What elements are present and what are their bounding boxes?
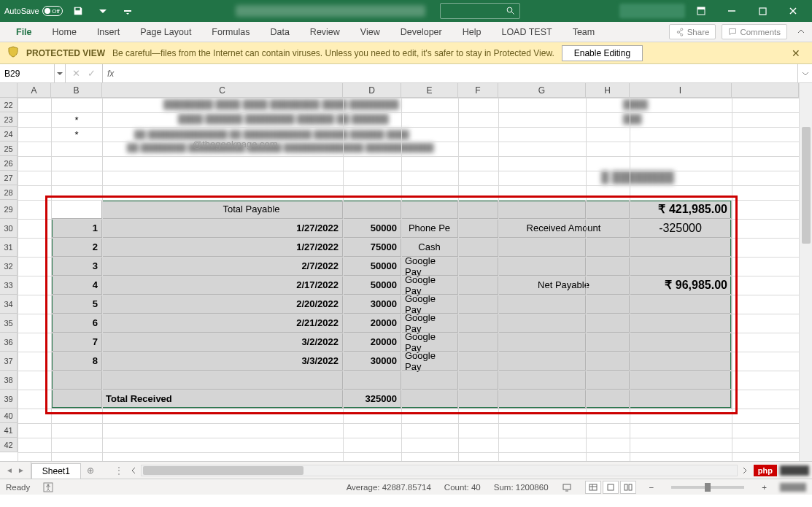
cell[interactable]: 1/27/2022 [102, 238, 343, 257]
cell[interactable]: -325000 [630, 219, 732, 238]
cell[interactable]: 4 [51, 276, 102, 295]
minimize-button[interactable] [717, 0, 746, 22]
cell[interactable]: 3 [51, 257, 102, 276]
tab-home[interactable]: Home [42, 22, 87, 42]
cell[interactable]: 50000 [343, 257, 401, 276]
maximize-button[interactable] [748, 0, 777, 22]
column-header-H[interactable]: H [586, 83, 630, 97]
close-button[interactable] [778, 0, 808, 22]
cell[interactable]: Received Amount [498, 219, 630, 238]
display-settings-icon[interactable] [562, 482, 572, 492]
fx-label[interactable]: fx [103, 64, 118, 82]
customize-qat-icon[interactable] [118, 1, 137, 20]
cancel-formula-icon[interactable]: ✕ [70, 68, 82, 79]
column-header-C[interactable]: C [102, 83, 343, 97]
cell[interactable]: Google Pay [401, 314, 458, 333]
tab-data[interactable]: Data [260, 22, 299, 42]
view-page-break-icon[interactable] [620, 481, 636, 494]
close-protected-bar-icon[interactable]: ✕ [787, 47, 805, 59]
search-box[interactable] [440, 3, 520, 19]
cell[interactable]: 2 [51, 238, 102, 257]
cell[interactable]: 3/3/2022 [102, 352, 343, 371]
cell[interactable]: Cash [401, 238, 458, 257]
cell-area[interactable]: ████████ ████ ████ ████████ ████ ███████… [18, 98, 799, 461]
zoom-out-icon[interactable]: − [649, 483, 654, 492]
enter-formula-icon[interactable]: ✓ [85, 68, 98, 79]
tab-insert[interactable]: Insert [87, 22, 130, 42]
cell[interactable]: Google Pay [401, 333, 458, 352]
row-header-28[interactable]: 28 [0, 185, 18, 200]
cell[interactable]: Total Payable [102, 200, 401, 219]
tab-page-layout[interactable]: Page Layout [130, 22, 201, 42]
autosave-switch[interactable]: Off [42, 6, 63, 16]
row-header-37[interactable]: 37 [0, 352, 18, 371]
tab-view[interactable]: View [350, 22, 390, 42]
column-header-A[interactable]: A [18, 83, 51, 97]
cell[interactable]: ₹ 96,985.00 [630, 276, 732, 295]
zoom-in-icon[interactable]: + [762, 483, 767, 492]
column-header-F[interactable]: F [458, 83, 498, 97]
cell[interactable]: 3/2/2022 [102, 333, 343, 352]
cell[interactable]: 1/27/2022 [102, 219, 343, 238]
expand-formula-bar-icon[interactable] [797, 64, 812, 82]
sheet-nav-next-icon[interactable]: ► [16, 466, 26, 474]
name-box[interactable]: B29 [0, 64, 55, 82]
cell[interactable]: 20000 [343, 333, 401, 352]
view-page-layout-icon[interactable] [603, 481, 619, 494]
row-header-26[interactable]: 26 [0, 156, 18, 171]
tab-review[interactable]: Review [300, 22, 350, 42]
tab-developer[interactable]: Developer [390, 22, 452, 42]
enable-editing-button[interactable]: Enable Editing [562, 45, 643, 61]
row-header-23[interactable]: 23 [0, 112, 18, 127]
row-header-38[interactable]: 38 [0, 371, 18, 390]
cell[interactable]: 50000 [343, 219, 401, 238]
row-header-34[interactable]: 34 [0, 295, 18, 314]
row-header-29[interactable]: 29 [0, 200, 18, 219]
tab-help[interactable]: Help [452, 22, 492, 42]
cell[interactable]: * [51, 127, 102, 142]
collapse-ribbon-icon[interactable] [790, 22, 812, 42]
cell[interactable]: 20000 [343, 314, 401, 333]
cell[interactable]: Google Pay [401, 257, 458, 276]
tab-formulas[interactable]: Formulas [201, 22, 260, 42]
horizontal-scrollbar[interactable] [141, 465, 738, 476]
view-normal-icon[interactable] [585, 481, 601, 494]
cell[interactable]: ₹ 421,985.00 [630, 200, 732, 219]
account-name-blurred[interactable] [619, 4, 685, 18]
spreadsheet-grid[interactable]: ABCDEFGHI 222324252627282930313233343536… [0, 83, 812, 461]
row-header-31[interactable]: 31 [0, 238, 18, 257]
cell[interactable]: 7 [51, 333, 102, 352]
ribbon-display-options-icon[interactable] [687, 0, 716, 22]
cell[interactable]: 8 [51, 352, 102, 371]
sheet-nav-buttons[interactable]: ◄ ► [0, 462, 31, 479]
vertical-scroll-thumb[interactable] [802, 127, 811, 244]
cell[interactable]: 2/20/2022 [102, 295, 343, 314]
cell[interactable]: Google Pay [401, 276, 458, 295]
share-button[interactable]: Share [669, 24, 716, 39]
autosave-toggle[interactable]: AutoSave Off [4, 6, 63, 16]
row-header-40[interactable]: 40 [0, 409, 18, 423]
cell[interactable]: 2/17/2022 [102, 276, 343, 295]
tab-team[interactable]: Team [562, 22, 606, 42]
cell[interactable]: 1 [51, 219, 102, 238]
hscroll-right-icon[interactable] [742, 467, 748, 474]
zoom-slider[interactable] [671, 486, 744, 489]
column-header-I[interactable]: I [630, 83, 732, 97]
new-sheet-button[interactable]: ⊕ [81, 462, 100, 479]
row-header-41[interactable]: 41 [0, 423, 18, 438]
cell[interactable]: 325000 [343, 390, 401, 409]
cell[interactable]: * [51, 112, 102, 127]
column-header-B[interactable]: B [51, 83, 102, 97]
cell[interactable]: 2/7/2022 [102, 257, 343, 276]
row-header-42[interactable]: 42 [0, 438, 18, 452]
accessibility-icon[interactable] [43, 482, 53, 492]
name-box-dropdown-icon[interactable] [55, 64, 66, 82]
hscroll-left-icon[interactable] [131, 467, 136, 474]
sheet-tab-sheet1[interactable]: Sheet1 [31, 463, 81, 479]
row-header-24[interactable]: 24 [0, 127, 18, 142]
cell[interactable]: Google Pay [401, 352, 458, 371]
column-header-G[interactable]: G [498, 83, 586, 97]
zoom-thumb[interactable] [705, 483, 711, 492]
row-header-36[interactable]: 36 [0, 333, 18, 352]
cell[interactable]: 75000 [343, 238, 401, 257]
